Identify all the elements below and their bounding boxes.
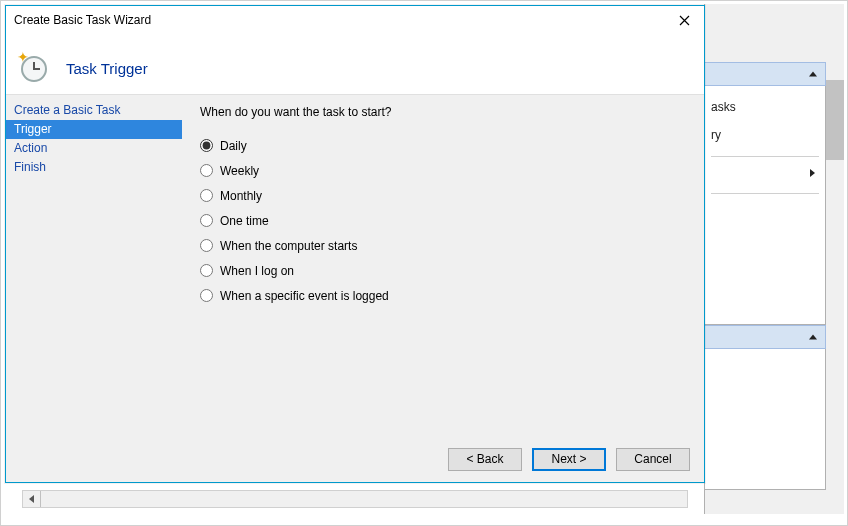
sidebar-step-action[interactable]: Action xyxy=(6,139,182,158)
wizard-body: Create a Basic Task Trigger Action Finis… xyxy=(6,94,704,436)
bg-item[interactable]: ry xyxy=(711,128,819,142)
sidebar-step-finish[interactable]: Finish xyxy=(6,158,182,177)
sidebar-item-label: Action xyxy=(14,141,47,155)
task-scheduler-icon: ✦ xyxy=(18,51,52,85)
sidebar-item-label: Create a Basic Task xyxy=(14,103,121,117)
wizard-header: ✦ Task Trigger xyxy=(6,34,704,94)
wizard-footer: < Back Next > Cancel xyxy=(6,436,704,482)
radio-label: One time xyxy=(220,214,269,228)
actions-panel-2 xyxy=(704,349,826,490)
titlebar: Create Basic Task Wizard xyxy=(6,6,704,34)
radio-label: When a specific event is logged xyxy=(220,289,389,303)
sidebar-step-trigger[interactable]: Trigger xyxy=(6,120,182,139)
radio-weekly[interactable] xyxy=(200,164,213,177)
sidebar-item-label: Trigger xyxy=(14,122,52,136)
radio-label: Monthly xyxy=(220,189,262,203)
window-title: Create Basic Task Wizard xyxy=(14,13,151,27)
trigger-option-daily[interactable]: Daily xyxy=(200,133,686,158)
wizard-content: When do you want the task to start? Dail… xyxy=(182,95,704,436)
back-button[interactable]: < Back xyxy=(448,448,522,471)
actions-panel-1: asks ry xyxy=(704,86,826,325)
radio-label: When the computer starts xyxy=(220,239,357,253)
page-title: Task Trigger xyxy=(66,60,148,77)
horizontal-scrollbar[interactable] xyxy=(22,490,688,508)
bg-item[interactable]: asks xyxy=(711,100,819,114)
trigger-option-computer-starts[interactable]: When the computer starts xyxy=(200,233,686,258)
trigger-option-event-logged[interactable]: When a specific event is logged xyxy=(200,283,686,308)
actions-header-1[interactable] xyxy=(704,62,826,86)
sidebar-step-create-basic-task[interactable]: Create a Basic Task xyxy=(6,101,182,120)
trigger-question: When do you want the task to start? xyxy=(200,105,686,119)
actions-header-2[interactable] xyxy=(704,325,826,349)
bg-item[interactable] xyxy=(711,165,819,179)
radio-label: Weekly xyxy=(220,164,259,178)
radio-log-on[interactable] xyxy=(200,264,213,277)
sidebar-item-label: Finish xyxy=(14,160,46,174)
trigger-option-log-on[interactable]: When I log on xyxy=(200,258,686,283)
create-basic-task-wizard-dialog: Create Basic Task Wizard ✦ Task Trigger … xyxy=(5,5,705,483)
cancel-button[interactable]: Cancel xyxy=(616,448,690,471)
wizard-steps-sidebar: Create a Basic Task Trigger Action Finis… xyxy=(6,95,182,436)
trigger-option-monthly[interactable]: Monthly xyxy=(200,183,686,208)
radio-label: Daily xyxy=(220,139,247,153)
radio-event-logged[interactable] xyxy=(200,289,213,302)
trigger-option-weekly[interactable]: Weekly xyxy=(200,158,686,183)
close-icon xyxy=(679,15,690,26)
radio-computer-starts[interactable] xyxy=(200,239,213,252)
next-button[interactable]: Next > xyxy=(532,448,606,471)
radio-daily[interactable] xyxy=(200,139,213,152)
radio-one-time[interactable] xyxy=(200,214,213,227)
trigger-option-one-time[interactable]: One time xyxy=(200,208,686,233)
scroll-left-button[interactable] xyxy=(23,491,41,507)
bg-item[interactable] xyxy=(711,202,819,216)
radio-label: When I log on xyxy=(220,264,294,278)
radio-monthly[interactable] xyxy=(200,189,213,202)
scroll-thumb[interactable] xyxy=(826,80,844,160)
close-button[interactable] xyxy=(664,6,704,34)
vertical-scrollbar[interactable] xyxy=(826,62,844,490)
